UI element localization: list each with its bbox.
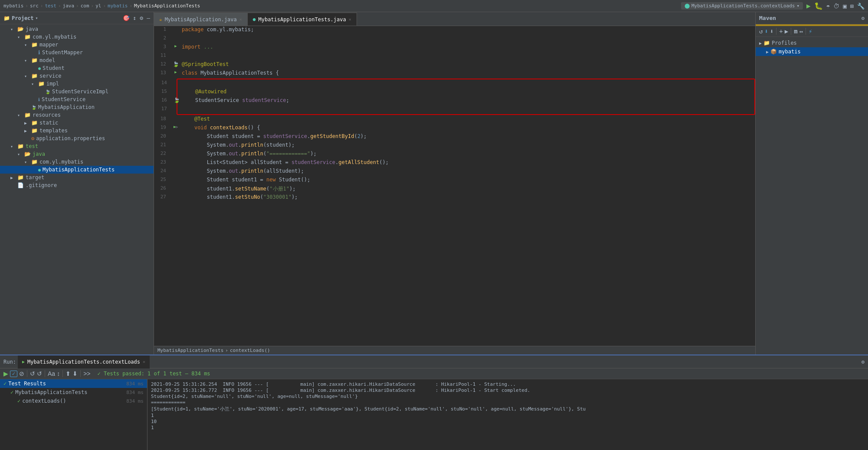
breadcrumb-class: MybatisApplicationTests xyxy=(157,348,223,353)
locate-icon[interactable]: 🎯 xyxy=(123,15,130,21)
run-button[interactable]: ▶ xyxy=(806,2,811,10)
test-result-item-results[interactable]: ✓ Test Results 834 ms xyxy=(0,379,147,388)
extra-button3[interactable]: 🔧 xyxy=(857,3,865,10)
tree-item-resources[interactable]: ▾ 📁 resources xyxy=(0,111,154,119)
folder-mapper-icon: 📁 xyxy=(31,42,38,48)
maven-item-profiles[interactable]: ▶ 📁 Profiles xyxy=(756,39,868,47)
maven-run-btn[interactable]: ▶ xyxy=(785,28,788,35)
debug-button[interactable]: 🐛 xyxy=(814,2,823,10)
tree-item-impl[interactable]: ▾ 📁 impl xyxy=(0,80,154,88)
tree-label-mapper: mapper xyxy=(39,42,58,48)
profile-button[interactable]: ⏱ xyxy=(833,3,839,10)
test-class-icon: ● xyxy=(38,168,41,172)
run-passed-check-btn[interactable]: ✓ xyxy=(10,371,17,377)
settings-icon[interactable]: ⚙ xyxy=(140,15,143,21)
run-config-dropdown[interactable]: ⬤ MybatisApplicationTests.contextLoads ▾ xyxy=(681,2,803,10)
run-tab-label: MybatisApplicationTests.contextLoads xyxy=(27,359,140,365)
line-content-26: student1.setStuName("小册1"); xyxy=(180,185,755,193)
maven-title: Maven xyxy=(759,15,776,21)
log-line-8: 1 xyxy=(151,425,865,430)
run-settings-icon[interactable]: ⚙ xyxy=(861,359,865,365)
breadcrumb-com[interactable]: com xyxy=(81,3,89,9)
maven-m-btn[interactable]: m xyxy=(794,28,797,35)
run-sort-btn[interactable]: ↕ xyxy=(57,370,60,377)
tree-item-test[interactable]: ▾ 📁 test xyxy=(0,142,154,150)
tab-close-mybatis-tests[interactable]: ✕ xyxy=(349,17,351,22)
run-collapse-btn[interactable]: ⬇ xyxy=(72,370,78,377)
tab-mybatis-tests[interactable]: ● MybatisApplicationTests.java ✕ xyxy=(248,13,357,26)
line-number-18: 18 xyxy=(154,116,171,122)
coverage-button[interactable]: ☂ xyxy=(826,3,830,10)
run-rerun-failed-btn[interactable]: ↺ xyxy=(37,370,42,377)
tree-item-model[interactable]: ▾ 📁 model xyxy=(0,56,154,64)
extra-button2[interactable]: ⊞ xyxy=(850,3,854,10)
tree-item-student-service-impl[interactable]: ▶ 🍃 StudentServiceImpl xyxy=(0,88,154,95)
tree-item-templates[interactable]: ▶ 📁 templates xyxy=(0,127,154,135)
run-expand-btn[interactable]: ⬆ xyxy=(66,370,71,377)
tree-item-gitignore[interactable]: ▶ 📄 .gitignore xyxy=(0,181,154,189)
tree-item-student-service[interactable]: ▶ ℹ StudentService xyxy=(0,95,154,103)
breadcrumb-mybatis[interactable]: mybatis xyxy=(3,3,23,9)
run-rerun-btn[interactable]: ↺ xyxy=(30,370,35,377)
run-more-btn[interactable]: >> xyxy=(83,370,90,377)
maven-add-btn[interactable]: + xyxy=(779,28,783,35)
tree-item-mybatis-tests[interactable]: ▶ ● MybatisApplicationTests xyxy=(0,166,154,174)
maven-link-btn[interactable]: ↔ xyxy=(799,28,803,35)
test-result-item-mybatis-tests[interactable]: ✓ MybatisApplicationTests 834 ms xyxy=(0,388,147,397)
maven-download-btn[interactable]: ⬇ xyxy=(764,28,768,35)
maven-lightning-btn[interactable]: ⚡ xyxy=(809,28,812,35)
dropdown-icon[interactable]: ▾ xyxy=(36,16,38,20)
tree-item-student[interactable]: ▶ ● Student xyxy=(0,64,154,72)
line-gutter-12: 🍃 xyxy=(171,61,180,67)
tree-item-student-mapper[interactable]: ▶ ℹ StudentMapper xyxy=(0,49,154,56)
code-editor[interactable]: 1 package com.yl.mybatis; 2 3 ▶ import .… xyxy=(154,26,755,346)
log-line-7: 10 xyxy=(151,419,865,424)
tab-close-mybatis-app[interactable]: ✕ xyxy=(239,17,242,22)
tree-item-com-yl-mybatis[interactable]: ▾ 📁 com.yl.mybatis xyxy=(0,33,154,41)
code-line-3: 3 ▶ import ... xyxy=(154,43,755,52)
tree-item-app-properties[interactable]: ▶ ⚙ application.properties xyxy=(0,135,154,142)
run-stop-btn[interactable]: ⊘ xyxy=(19,370,24,377)
breadcrumb-java[interactable]: java xyxy=(63,3,75,9)
run-tab-close[interactable]: ✕ xyxy=(143,359,145,364)
maven-item-mybatis[interactable]: ▶ 📦 mybatis xyxy=(756,47,868,56)
run-test-tree: ✓ Test Results 834 ms ✓ MybatisApplicati… xyxy=(0,379,147,450)
line-number-26: 26 xyxy=(154,185,171,191)
tree-item-target[interactable]: ▶ 📁 target xyxy=(0,174,154,181)
tree-item-static[interactable]: ▶ 📁 static xyxy=(0,119,154,127)
code-line-16: 16 🍃 StudentService studentService; xyxy=(155,97,754,105)
maven-download2-btn[interactable]: ⬇ xyxy=(770,28,773,35)
code-line-26: 26 student1.setStuName("小册1"); xyxy=(154,185,755,194)
line-number-2: 2 xyxy=(154,35,171,41)
tree-item-mybatis-app[interactable]: ▶ 🍃 MybatisApplication xyxy=(0,103,154,111)
maven-refresh-btn[interactable]: ↺ xyxy=(759,28,763,35)
run-tab-context-loads[interactable]: ▶ MybatisApplicationTests.contextLoads ✕ xyxy=(18,355,150,368)
test-result-item-context-loads[interactable]: ✓ contextLoads() 834 ms xyxy=(0,397,147,405)
line-content-17 xyxy=(181,106,754,112)
folder-service-icon: 📁 xyxy=(31,73,38,79)
run-tabs-bar: Run: ▶ MybatisApplicationTests.contextLo… xyxy=(0,355,868,368)
breadcrumb-test[interactable]: test xyxy=(45,3,56,9)
test-check-context: ✓ xyxy=(17,398,20,404)
breadcrumb-file[interactable]: MybatisApplicationTests xyxy=(134,3,200,9)
tree-item-service[interactable]: ▾ 📁 service xyxy=(0,72,154,80)
tab-mybatis-application[interactable]: ☕ MybatisApplication.java ✕ xyxy=(154,13,248,26)
tree-item-com-test[interactable]: ▾ 📁 com.yl.mybatis xyxy=(0,158,154,166)
tree-item-mapper[interactable]: ▾ 📁 mapper xyxy=(0,41,154,49)
maven-settings-icon[interactable]: ⚙ xyxy=(861,15,865,21)
line-content-22: System.out.println("============"); xyxy=(180,151,755,157)
breadcrumb-yl[interactable]: yl xyxy=(95,3,101,9)
close-icon[interactable]: — xyxy=(147,15,150,21)
collapse-icon-3[interactable]: ▶ xyxy=(174,44,177,48)
run-gutter-icon-13[interactable]: ▶ xyxy=(174,70,177,74)
tree-item-java-test[interactable]: ▾ 📂 java xyxy=(0,150,154,158)
run-resume-btn[interactable]: ▶ xyxy=(3,370,8,377)
breadcrumb-mybatis2[interactable]: mybatis xyxy=(108,3,128,9)
breadcrumb-src[interactable]: src xyxy=(30,3,39,9)
tree-item-java[interactable]: ▾ 📂 java xyxy=(0,25,154,33)
maven-arrow-mybatis: ▶ xyxy=(766,49,769,54)
collapse-icon[interactable]: ↕ xyxy=(133,15,137,21)
folder-static-icon: 📁 xyxy=(31,120,38,126)
run-sort-alpha-btn[interactable]: Aa xyxy=(48,370,55,377)
extra-button1[interactable]: ▣ xyxy=(843,3,846,10)
